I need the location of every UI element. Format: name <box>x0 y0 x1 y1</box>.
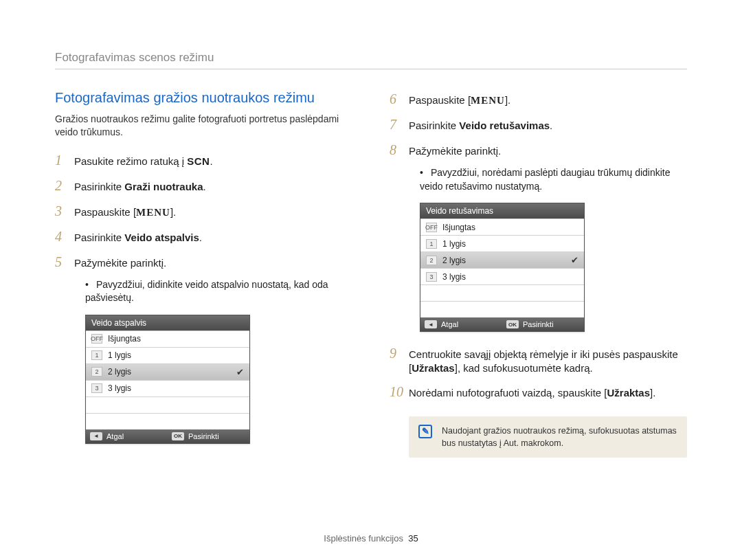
note-text: Naudojant gražios nuotraukos režimą, suf… <box>442 425 677 449</box>
footer-section: Išplėstinės funkcijos <box>324 533 403 544</box>
page-footer: Išplėstinės funkcijos 35 <box>0 533 742 544</box>
lcd-title: Veido atspalvis <box>86 315 249 331</box>
step-text-post: ]. <box>650 387 655 399</box>
lcd-option-3: 3 3 lygis <box>86 380 249 396</box>
step-1: 1 Pasukite režimo ratuką į SCN. <box>55 151 352 170</box>
step-text: Paspauskite [ <box>74 206 136 218</box>
step-body: Centruokite savąjį objektą rėmelyje ir i… <box>409 348 687 376</box>
bullet-icon: • <box>420 166 428 180</box>
lcd-ok: OK Pasirinkti <box>168 429 249 443</box>
step-number: 10 <box>390 383 409 401</box>
step-10: 10 Norėdami nufotografuoti vaizdą, spaus… <box>390 383 687 401</box>
ok-label: Pasirinkti <box>188 432 219 440</box>
sub-text: Pavyzdžiui, norėdami paslėpti daugiau tr… <box>420 167 671 192</box>
intro-text: Gražios nuotraukos režimu galite fotogra… <box>55 113 352 139</box>
note-icon: ✎ <box>418 425 432 438</box>
step-bold: Veido atspalvis <box>124 232 199 243</box>
ok-label: Pasirinkti <box>523 320 554 328</box>
step-body: Pažymėkite parinktį. <box>74 256 352 270</box>
step-text-post: . <box>210 155 212 167</box>
step-number: 5 <box>55 253 74 271</box>
step-text: Pasirinkite <box>409 120 459 131</box>
step-number: 6 <box>390 90 409 109</box>
option-icon: 1 <box>91 350 102 360</box>
option-label: 3 lygis <box>442 272 466 282</box>
lcd-title: Veido retušavimas <box>420 203 584 219</box>
ok-icon: OK <box>506 320 519 328</box>
option-icon: 1 <box>426 239 437 249</box>
lcd-screen-face-tone: Veido atspalvis OFF Išjungtas 1 1 lygis … <box>85 315 250 444</box>
step-text-post: . <box>550 120 552 131</box>
option-icon: OFF <box>426 223 437 232</box>
option-label: 2 lygis <box>108 367 131 377</box>
back-icon: ◄ <box>90 432 102 440</box>
note-box: ✎ Naudojant gražios nuotraukos režimą, s… <box>409 416 687 458</box>
lcd-option-2-selected: 2 2 lygis ✔ <box>86 363 249 380</box>
step-number: 7 <box>390 115 409 134</box>
breadcrumb: Fotografavimas scenos režimu <box>55 51 687 69</box>
step-text: Pasirinkite <box>74 232 124 243</box>
lcd-option-1: 1 1 lygis <box>420 235 584 251</box>
lcd-ok: OK Pasirinkti <box>502 317 584 331</box>
lcd-option-1: 1 1 lygis <box>86 347 249 363</box>
scn-keyword: SCN <box>187 155 210 167</box>
step-bold: Veido retušavimas <box>459 120 550 131</box>
lcd-row-empty <box>420 301 584 317</box>
step-2: 2 Pasirinkite Graži nuotrauka. <box>55 177 352 195</box>
option-icon: 3 <box>426 272 437 282</box>
option-icon: 3 <box>91 383 102 393</box>
back-icon: ◄ <box>425 320 437 328</box>
lcd-row-empty <box>86 413 249 429</box>
step-6: 6 Paspauskite [MENU]. <box>390 90 687 109</box>
step-bold: Užraktas <box>412 362 455 374</box>
step-text: Paspauskite [ <box>409 94 471 106</box>
step-bold: Užraktas <box>607 387 651 399</box>
step-body: Pasirinkite Veido retušavimas. <box>409 119 687 133</box>
step-text-post: . <box>203 181 206 192</box>
lcd-back: ◄ Atgal <box>86 429 168 443</box>
section-title: Fotografavimas gražios nuotraukos režimu <box>55 90 352 106</box>
step-number: 3 <box>55 202 74 221</box>
menu-keyword: MENU <box>136 207 170 218</box>
step-7: 7 Pasirinkite Veido retušavimas. <box>390 115 687 134</box>
back-label: Atgal <box>441 320 458 328</box>
lcd-row-empty <box>420 284 584 301</box>
step-body: Pažymėkite parinktį. <box>409 144 687 158</box>
step-body: Pasirinkite Veido atspalvis. <box>74 231 352 245</box>
check-icon: ✔ <box>236 367 244 377</box>
lcd-footer: ◄ Atgal OK Pasirinkti <box>86 429 249 443</box>
page-number: 35 <box>408 533 418 544</box>
step-5: 5 Pažymėkite parinktį. <box>55 253 352 271</box>
step-8: 8 Pažymėkite parinktį. <box>390 141 687 159</box>
option-icon: 2 <box>91 367 102 377</box>
back-label: Atgal <box>106 432 124 440</box>
step-number: 9 <box>390 344 409 363</box>
step-text: Pasukite režimo ratuką į <box>74 155 187 167</box>
step-text: Norėdami nufotografuoti vaizdą, spauskit… <box>409 387 607 399</box>
option-label: Išjungtas <box>108 334 141 344</box>
menu-keyword: MENU <box>471 95 505 106</box>
lcd-option-off: OFF Išjungtas <box>420 219 584 235</box>
step-text-post: ]. <box>170 206 176 218</box>
option-label: 1 lygis <box>108 350 131 360</box>
step-body: Pasukite režimo ratuką į SCN. <box>74 155 352 168</box>
lcd-option-off: OFF Išjungtas <box>86 331 249 347</box>
bullet-icon: • <box>85 278 93 292</box>
step-bold: Graži nuotrauka <box>124 181 203 192</box>
lcd-option-3: 3 3 lygis <box>420 268 584 284</box>
option-label: 3 lygis <box>108 383 131 393</box>
step-number: 4 <box>55 227 74 246</box>
step-text-post: ]. <box>505 94 510 106</box>
step-number: 8 <box>390 141 409 159</box>
step-body: Paspauskite [MENU]. <box>409 93 687 107</box>
step-body: Pasirinkite Graži nuotrauka. <box>74 180 352 194</box>
lcd-option-2-selected: 2 2 lygis ✔ <box>420 251 584 268</box>
step-5-sub: • Pavyzdžiui, didinkite veido atspalvio … <box>85 278 352 305</box>
step-text-post: ], kad sufokusuotumėte kadrą. <box>455 362 593 374</box>
ok-icon: OK <box>172 432 184 440</box>
step-text-post: . <box>199 232 202 243</box>
step-3: 3 Paspauskite [MENU]. <box>55 202 352 221</box>
option-label: Išjungtas <box>442 223 475 232</box>
lcd-row-empty <box>86 396 249 413</box>
left-column: Fotografavimas gražios nuotraukos režimu… <box>55 90 352 458</box>
